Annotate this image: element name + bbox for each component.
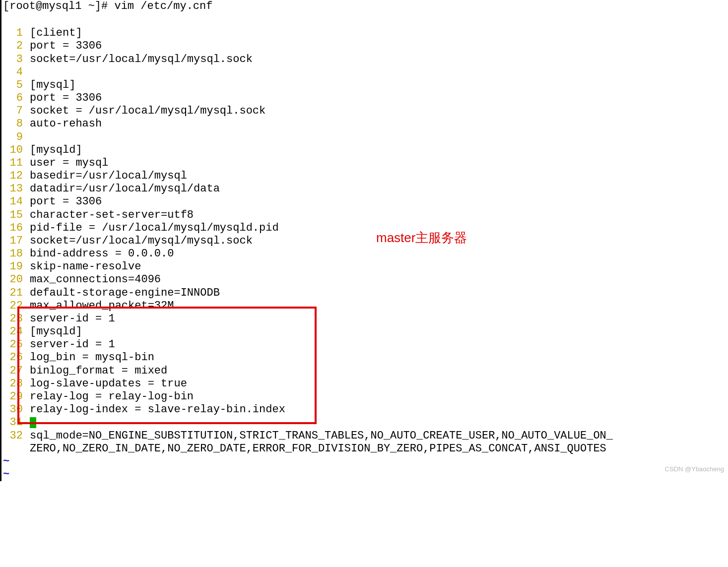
editor-line[interactable]: 9 — [3, 131, 728, 144]
editor-line[interactable]: 16pid-file = /usr/local/mysql/mysqld.pid — [3, 222, 728, 235]
editor-line[interactable]: 5[mysql] — [3, 79, 728, 92]
terminal-editor[interactable]: [root@mysql1 ~]# vim /etc/my.cnf 1[clien… — [0, 0, 728, 481]
line-number: 8 — [3, 118, 23, 130]
line-number: 12 — [3, 170, 23, 183]
line-content[interactable]: bind-address = 0.0.0.0 — [30, 248, 174, 260]
line-content[interactable]: character-set-server=utf8 — [30, 209, 194, 222]
line-content[interactable]: basedir=/usr/local/mysql — [30, 170, 187, 183]
line-number: 15 — [3, 209, 23, 222]
line-number: 9 — [3, 131, 23, 144]
vim-empty-line: ~ — [3, 468, 728, 481]
line-content[interactable]: datadir=/usr/local/mysql/data — [30, 183, 220, 195]
line-number: 7 — [3, 105, 23, 118]
line-content[interactable]: relay-log-index = slave-relay-bin.index — [30, 403, 285, 416]
line-content[interactable]: [mysqld] — [30, 325, 82, 338]
line-content[interactable]: [client] — [30, 27, 82, 40]
line-number: 19 — [3, 260, 23, 273]
line-content[interactable]: server-id = 1 — [30, 313, 115, 325]
line-number: 20 — [3, 273, 23, 286]
line-content[interactable]: log_bin = mysql-bin — [30, 351, 154, 364]
line-number: 25 — [3, 338, 23, 351]
line-number: 5 — [3, 79, 23, 92]
editor-line[interactable]: 8auto-rehash — [3, 118, 728, 130]
editor-line[interactable]: 27binlog_format = mixed — [3, 365, 728, 378]
editor-line[interactable]: 1[client] — [3, 27, 728, 40]
shell-prompt-line: [root@mysql1 ~]# vim /etc/my.cnf — [3, 0, 728, 13]
editor-line[interactable]: 2port = 3306 — [3, 40, 728, 53]
annotation-label: master主服务器 — [376, 230, 467, 246]
line-number: 30 — [3, 403, 23, 416]
editor-line[interactable]: 13datadir=/usr/local/mysql/data — [3, 183, 728, 195]
line-number: 14 — [3, 195, 23, 208]
line-number: 18 — [3, 248, 23, 260]
editor-line[interactable]: 15character-set-server=utf8 — [3, 209, 728, 222]
editor-line[interactable]: 11user = mysql — [3, 157, 728, 170]
vim-empty-line: ~ — [3, 455, 728, 468]
editor-line[interactable]: 25server-id = 1 — [3, 338, 728, 351]
line-content[interactable]: [mysql] — [30, 79, 75, 92]
line-number: 2 — [3, 40, 23, 53]
editor-line[interactable]: 28log-slave-updates = true — [3, 378, 728, 390]
editor-line[interactable]: 10[mysqld] — [3, 144, 728, 157]
line-number: 29 — [3, 390, 23, 403]
editor-line[interactable]: 23server-id = 1 — [3, 313, 728, 325]
line-number: 32 — [3, 430, 23, 442]
line-number: 17 — [3, 235, 23, 248]
line-number: 31 — [3, 416, 23, 429]
line-content[interactable]: socket=/usr/local/mysql/mysql.sock — [30, 53, 253, 66]
line-number: 26 — [3, 351, 23, 364]
line-content[interactable]: port = 3306 — [30, 40, 102, 53]
line-number: 16 — [3, 222, 23, 235]
line-content[interactable]: default-storage-engine=INNODB — [30, 287, 220, 300]
line-number: 6 — [3, 92, 23, 105]
editor-line[interactable]: 26log_bin = mysql-bin — [3, 351, 728, 364]
editor-line[interactable]: 29relay-log = relay-log-bin — [3, 390, 728, 403]
line-content[interactable] — [30, 416, 36, 429]
editor-line[interactable]: 30relay-log-index = slave-relay-bin.inde… — [3, 403, 728, 416]
watermark: CSDN @Ybaocheng — [665, 465, 724, 473]
editor-line[interactable]: 22max_allowed_packet=32M — [3, 300, 728, 313]
line-content[interactable]: user = mysql — [30, 157, 108, 170]
line-content[interactable]: port = 3306 — [30, 195, 102, 208]
line-number: 3 — [3, 53, 23, 66]
line-content[interactable]: skip-name-resolve — [30, 260, 141, 273]
editor-line[interactable]: 20max_connections=4096 — [3, 273, 728, 286]
line-number: 24 — [3, 325, 23, 338]
line-number: 22 — [3, 300, 23, 313]
line-content[interactable]: sql_mode=NO_ENGINE_SUBSTITUTION,STRICT_T… — [30, 430, 613, 442]
line-content[interactable]: server-id = 1 — [30, 338, 115, 351]
editor-line[interactable]: 12basedir=/usr/local/mysql — [3, 170, 728, 183]
line-content[interactable]: max_allowed_packet=32M — [30, 300, 174, 313]
line-content[interactable]: max_connections=4096 — [30, 273, 161, 286]
line-number: 1 — [3, 27, 23, 40]
line-number: 4 — [3, 66, 23, 79]
line-number: 28 — [3, 378, 23, 390]
line-content[interactable]: socket=/usr/local/mysql/mysql.sock — [30, 235, 253, 248]
editor-line[interactable]: 7socket = /usr/local/mysql/mysql.sock — [3, 105, 728, 118]
line-content[interactable]: binlog_format = mixed — [30, 365, 167, 378]
line-number: 13 — [3, 183, 23, 195]
line-content[interactable]: socket = /usr/local/mysql/mysql.sock — [30, 105, 265, 118]
editor-line[interactable]: 24[mysqld] — [3, 325, 728, 338]
editor-line[interactable]: 14port = 3306 — [3, 195, 728, 208]
editor-line[interactable]: 32sql_mode=NO_ENGINE_SUBSTITUTION,STRICT… — [3, 430, 728, 442]
line-content[interactable]: port = 3306 — [30, 92, 102, 105]
line-content[interactable]: auto-rehash — [30, 118, 102, 130]
editor-line[interactable]: 19skip-name-resolve — [3, 260, 728, 273]
cursor — [30, 417, 36, 428]
editor-line[interactable]: 6port = 3306 — [3, 92, 728, 105]
editor-line[interactable]: 18bind-address = 0.0.0.0 — [3, 248, 728, 260]
line-content[interactable]: relay-log = relay-log-bin — [30, 390, 194, 403]
editor-line[interactable]: 21default-storage-engine=INNODB — [3, 287, 728, 300]
line-content[interactable]: [mysqld] — [30, 144, 82, 157]
line-number: 11 — [3, 157, 23, 170]
line-number: 27 — [3, 365, 23, 378]
editor-line[interactable]: 4 — [3, 66, 728, 79]
editor-line[interactable]: 17socket=/usr/local/mysql/mysql.sock — [3, 235, 728, 248]
editor-line[interactable]: 3socket=/usr/local/mysql/mysql.sock — [3, 53, 728, 66]
line-content[interactable]: pid-file = /usr/local/mysql/mysqld.pid — [30, 222, 279, 235]
line-number: 21 — [3, 287, 23, 300]
line-content[interactable]: log-slave-updates = true — [30, 378, 187, 390]
line-number: 10 — [3, 144, 23, 157]
editor-line[interactable]: 31 — [3, 416, 728, 429]
